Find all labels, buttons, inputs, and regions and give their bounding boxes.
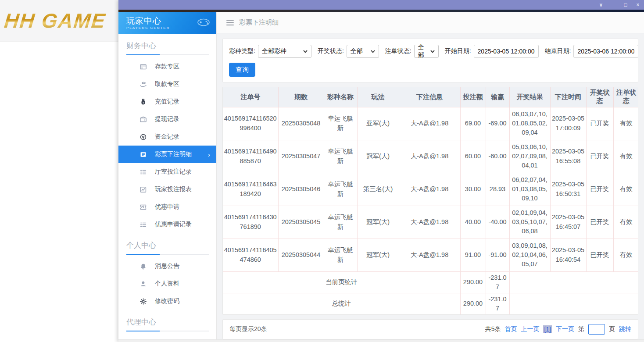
draw-status-label: 开奖状态: — [318, 47, 344, 55]
pagination-bar: 每页显示20条 共5条 首页 上一页 [1] 下一页 第 页 跳转 — [222, 319, 638, 339]
cell-amount: 40.00 — [460, 206, 486, 239]
lottery-type-value: 全部彩种 — [262, 47, 286, 55]
section-title-agent: 代理中心 — [118, 310, 216, 331]
end-date-input[interactable] — [573, 45, 638, 58]
jump-prefix: 第 — [578, 325, 584, 333]
bets-table-panel: 注单号 期数 彩种名称 玩法 下注信息 投注额 输赢 开奖结果 下注时间 开奖状… — [222, 87, 638, 315]
cell-bet-status: 有效 — [613, 239, 638, 271]
summary-row-current-page: 当前页统计 290.00 -231.07 — [223, 271, 638, 293]
summary-winloss: -231.07 — [486, 293, 509, 314]
sidebar-item-withdraw-records[interactable]: 提现记录 — [118, 110, 216, 128]
cell-bet-info: 大-A盘@1.98 — [399, 206, 460, 239]
cell-time: 2025-03-05 16:50:31 — [550, 173, 586, 206]
sidebar-item-promo-apply[interactable]: 优惠申请 — [118, 198, 216, 216]
sidebar-item-label: 提现记录 — [155, 115, 179, 123]
cell-time: 2025-03-05 16:45:07 — [550, 206, 586, 239]
cell-bet-info: 大-A盘@1.98 — [399, 107, 460, 140]
end-date-label: 结束日期: — [545, 47, 571, 55]
cell-period: 20250305045 — [278, 206, 324, 239]
sidebar-header: 玩家中心 PLAYERS CENTER — [118, 12, 216, 34]
lottery-type-select[interactable]: 全部彩种 — [258, 45, 311, 58]
cell-time: 2025-03-05 17:00:09 — [550, 107, 586, 140]
next-page-link[interactable]: 下一页 — [556, 325, 574, 333]
jump-button[interactable]: 跳转 — [619, 325, 631, 333]
logo: HH GAME — [0, 9, 107, 32]
first-page-link[interactable]: 首页 — [504, 325, 517, 333]
ticket-icon — [140, 203, 147, 211]
sidebar-item-hall-bet-records[interactable]: 厅室投注记录 — [118, 163, 216, 181]
col-bet-info: 下注信息 — [399, 87, 460, 107]
user-icon — [140, 280, 147, 288]
sidebar-item-profile[interactable]: 个人资料 — [118, 275, 216, 292]
cell-draw-status: 已开奖 — [586, 206, 613, 239]
logo-band: HH GAME — [0, 0, 118, 42]
sidebar-item-change-password[interactable]: 修改密码 — [118, 292, 216, 310]
bet-status-select[interactable]: 全部 — [414, 45, 439, 58]
cell-period: 20250305046 — [278, 173, 324, 206]
start-date-input[interactable] — [474, 45, 539, 58]
col-time: 下注时间 — [550, 87, 586, 107]
cell-bet-id: 401569174116430761890 — [223, 206, 278, 239]
sidebar-item-agent-rules[interactable]: 代理规则说明 — [118, 334, 216, 339]
jump-page-input[interactable] — [588, 324, 605, 335]
cell-result: 03,09,01,08,02,10,04,06,05,07 — [509, 239, 550, 271]
sidebar-item-lottery-bet-details[interactable]: 彩票下注明细 › — [118, 146, 216, 163]
wallet-icon — [140, 116, 147, 123]
sidebar-item-recharge-records[interactable]: 充值记录 — [118, 93, 216, 110]
sidebar-subtitle: PLAYERS CENTER — [126, 26, 170, 30]
table-row: 401569174116430761890 20250305045 幸运飞艇新 … — [223, 206, 638, 239]
sidebar-item-label: 修改密码 — [155, 297, 179, 305]
sidebar-item-deposit[interactable]: 存款专区 — [118, 58, 216, 75]
query-button[interactable]: 查询 — [229, 63, 255, 77]
chevron-down-icon — [430, 50, 435, 53]
summary-label: 总统计 — [223, 293, 460, 314]
menu-icon[interactable] — [226, 20, 234, 25]
sidebar-item-fund-records[interactable]: 资金记录 — [118, 128, 216, 146]
cell-bet-info: 大-A盘@1.98 — [399, 140, 460, 173]
cell-play: 冠军(大) — [357, 239, 399, 271]
col-lottery: 彩种名称 — [324, 87, 357, 107]
sidebar-item-label: 取款专区 — [155, 80, 179, 88]
col-winloss: 输赢 — [486, 87, 509, 107]
sidebar-item-withdraw[interactable]: 取款专区 — [118, 75, 216, 93]
cell-result: 05,03,06,10,02,07,09,08,04,01 — [509, 140, 550, 173]
cell-play: 冠军(大) — [357, 140, 399, 173]
minimize-icon[interactable]: – — [607, 0, 619, 10]
cell-bet-id: 401569174116405474860 — [223, 239, 278, 271]
col-period: 期数 — [278, 87, 324, 107]
cell-time: 2025-03-05 16:40:54 — [550, 239, 586, 271]
chevron-down-icon[interactable]: ∨ — [595, 0, 607, 10]
cell-amount: 69.00 — [460, 107, 486, 140]
summary-amount: 290.00 — [460, 293, 486, 314]
sidebar-item-player-bet-report[interactable]: 玩家投注报表 — [118, 181, 216, 198]
cell-winloss: -40.00 — [486, 206, 509, 239]
table-row: 401569174116463189420 20250305046 幸运飞艇新 … — [223, 173, 638, 206]
cell-amount: 91.00 — [460, 239, 486, 271]
sidebar-item-label: 厅室投注记录 — [155, 168, 192, 176]
close-icon[interactable]: × — [632, 0, 644, 10]
cell-bet-status: 有效 — [613, 140, 638, 173]
maximize-icon[interactable]: □ — [619, 0, 632, 10]
footer-strip — [118, 339, 644, 342]
jump-suffix: 页 — [609, 325, 615, 333]
sidebar-item-promo-apply-records[interactable]: 优惠申请记录 — [118, 216, 216, 233]
cell-bet-status: 有效 — [613, 107, 638, 140]
start-date-label: 开始日期: — [445, 47, 471, 55]
prev-page-link[interactable]: 上一页 — [521, 325, 539, 333]
current-page-indicator: [1] — [543, 325, 552, 333]
cell-lottery: 幸运飞艇新 — [324, 173, 357, 206]
cell-result: 06,02,07,04,01,03,08,05,09,10 — [509, 173, 550, 206]
table-row: 401569174116520996400 20250305048 幸运飞艇新 … — [223, 107, 638, 140]
sidebar-item-announcements[interactable]: 消息公告 — [118, 257, 216, 275]
sidebar: 玩家中心 PLAYERS CENTER 财务中心 存款专区 取款专区 — [118, 12, 217, 339]
sidebar-item-label: 玩家投注报表 — [155, 185, 192, 193]
cell-lottery: 幸运飞艇新 — [324, 239, 357, 271]
draw-status-select[interactable]: 全部 — [347, 45, 379, 58]
col-bet-id: 注单号 — [223, 87, 278, 107]
cell-bet-info: 大-A盘@1.98 — [399, 239, 460, 271]
page-title: 彩票下注明细 — [239, 18, 279, 27]
cell-amount: 30.00 — [460, 173, 486, 206]
bell-icon — [140, 263, 147, 270]
main-content: 彩票下注明细 彩种类型: 全部彩种 开奖状态: — [217, 12, 644, 339]
cell-bet-info: 大-A盘@1.98 — [399, 173, 460, 206]
